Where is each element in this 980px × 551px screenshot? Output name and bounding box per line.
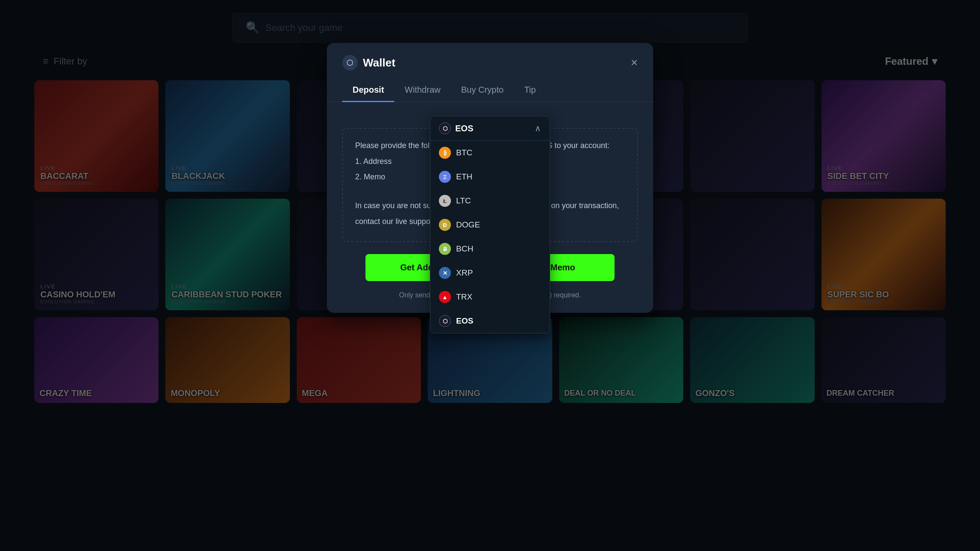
coin-icon-doge: Ð: [439, 219, 451, 231]
dropdown-item-doge[interactable]: Ð DOGE: [430, 213, 550, 237]
dropdown-selected-label: EOS: [455, 124, 473, 133]
modal-tabs: Deposit Withdraw Buy Crypto Tip: [327, 70, 653, 102]
coin-icon-bch: Ƀ: [439, 243, 451, 255]
coin-icon-eos: ⬡: [439, 315, 451, 327]
coin-icon-btc: ₿: [439, 147, 451, 159]
coin-label-eth: ETH: [456, 172, 472, 182]
dropdown-selected-icon: ⬡: [439, 122, 451, 134]
dropdown-item-ltc[interactable]: Ł LTC: [430, 189, 550, 213]
dropdown-header-inner: ⬡ EOS: [439, 122, 473, 134]
coin-label-trx: TRX: [456, 292, 472, 302]
tab-buy-crypto[interactable]: Buy Crypto: [451, 79, 514, 102]
dropdown-item-eth[interactable]: Ξ ETH: [430, 165, 550, 189]
dropdown-item-eos[interactable]: ⬡ EOS: [430, 309, 550, 333]
currency-dropdown: ⬡ EOS ∧ ₿ BTC Ξ ETH Ł LTC: [430, 116, 550, 333]
modal-header: ⬡ Wallet ×: [327, 43, 653, 70]
tab-deposit[interactable]: Deposit: [342, 79, 394, 102]
dropdown-item-trx[interactable]: ▲ TRX: [430, 285, 550, 309]
coin-icon-xrp: ✕: [439, 267, 451, 279]
chevron-up-icon: ∧: [535, 123, 541, 133]
modal-title-wrap: ⬡ Wallet: [342, 55, 396, 70]
wallet-modal: ⬡ Wallet × Deposit Withdraw Buy Crypto T…: [327, 43, 653, 313]
dropdown-header[interactable]: ⬡ EOS ∧: [430, 116, 550, 141]
coin-icon-eth: Ξ: [439, 171, 451, 183]
wallet-icon: ⬡: [342, 55, 358, 70]
tab-tip[interactable]: Tip: [514, 79, 546, 102]
wallet-icon-symbol: ⬡: [347, 58, 353, 67]
coin-label-xrp: XRP: [456, 268, 473, 278]
tab-withdraw[interactable]: Withdraw: [394, 79, 450, 102]
coin-label-eos: EOS: [456, 316, 473, 326]
coin-label-ltc: LTC: [456, 196, 471, 206]
modal-body: ⬡ EOS ∧ ₿ BTC Ξ ETH Ł LTC: [327, 102, 653, 313]
coin-icon-trx: ▲: [439, 291, 451, 303]
coin-label-bch: BCH: [456, 244, 473, 254]
dropdown-item-btc[interactable]: ₿ BTC: [430, 141, 550, 165]
coin-label-doge: DOGE: [456, 220, 480, 230]
coin-label-btc: BTC: [456, 148, 472, 157]
dropdown-item-xrp[interactable]: ✕ XRP: [430, 261, 550, 285]
dropdown-item-bch[interactable]: Ƀ BCH: [430, 237, 550, 261]
modal-title: Wallet: [363, 56, 396, 70]
coin-icon-ltc: Ł: [439, 195, 451, 207]
modal-close-button[interactable]: ×: [631, 57, 638, 69]
